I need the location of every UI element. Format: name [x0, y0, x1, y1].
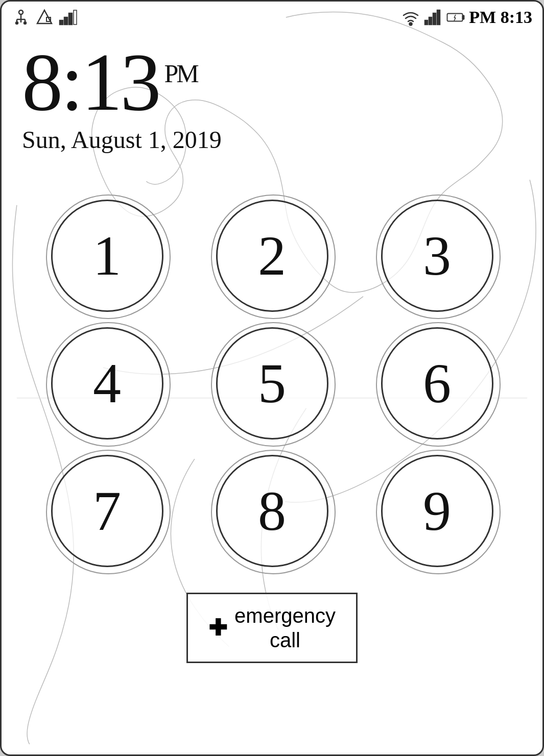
svg-line-21 — [454, 15, 456, 18]
key-9-label: 9 — [423, 479, 451, 544]
status-time-text: PM 8:13 — [469, 8, 532, 27]
svg-rect-15 — [425, 20, 428, 25]
emergency-line1: emergency — [234, 604, 336, 627]
status-bar: PM 8:13 — [2, 2, 542, 31]
clock-date: Sun, August 1, 2019 — [22, 126, 522, 154]
key-9[interactable]: 9 — [381, 455, 493, 567]
clock-time-value: 8:13 — [22, 37, 159, 128]
key-7-label: 7 — [93, 479, 121, 544]
key-5[interactable]: 5 — [216, 327, 328, 440]
key-1-label: 1 — [93, 224, 121, 288]
battery-icon — [446, 8, 465, 27]
key-5-label: 5 — [258, 351, 286, 416]
key-8[interactable]: 8 — [216, 455, 328, 567]
emergency-call-label: emergency call — [234, 603, 336, 652]
svg-rect-11 — [64, 17, 67, 25]
svg-point-6 — [16, 22, 18, 24]
clock-ampm: PM — [164, 59, 197, 88]
svg-rect-13 — [74, 10, 77, 25]
svg-rect-12 — [69, 13, 72, 25]
svg-rect-20 — [463, 15, 464, 19]
signal-bars-right-icon — [424, 8, 442, 27]
key-6[interactable]: 6 — [381, 327, 493, 440]
wifi-icon — [401, 8, 420, 27]
svg-line-23 — [454, 18, 456, 21]
svg-rect-17 — [433, 13, 436, 25]
svg-point-7 — [24, 22, 26, 24]
svg-rect-16 — [429, 17, 432, 25]
key-3[interactable]: 3 — [381, 200, 493, 312]
svg-rect-10 — [60, 20, 63, 25]
key-7[interactable]: 7 — [51, 455, 163, 567]
key-3-label: 3 — [423, 224, 451, 288]
clock-area: 8:13PM Sun, August 1, 2019 — [2, 31, 542, 159]
svg-point-14 — [410, 23, 412, 26]
key-8-label: 8 — [258, 479, 286, 544]
signal-bars-left-icon — [59, 8, 77, 27]
status-left-icons — [12, 8, 77, 27]
clock-time: 8:13PM — [22, 41, 522, 123]
svg-point-1 — [19, 10, 23, 14]
key-4[interactable]: 4 — [51, 327, 163, 440]
key-1[interactable]: 1 — [51, 200, 163, 312]
key-4-label: 4 — [93, 351, 121, 416]
phone-screen: PM 8:13 8:13PM Sun, August 1, 2019 1 2 3… — [0, 0, 544, 756]
key-2[interactable]: 2 — [216, 200, 328, 312]
emergency-call-button[interactable]: ✚ emergency call — [186, 593, 358, 663]
key-6-label: 6 — [423, 351, 451, 416]
keypad: 1 2 3 4 5 6 7 8 9 — [2, 169, 542, 577]
status-right-icons: PM 8:13 — [401, 8, 532, 27]
svg-rect-18 — [437, 10, 440, 25]
emergency-line2: call — [270, 629, 300, 651]
key-2-label: 2 — [258, 224, 286, 288]
emergency-cross-icon: ✚ — [208, 617, 227, 639]
usb-icon — [12, 8, 30, 27]
emergency-area: ✚ emergency call — [2, 593, 542, 673]
4g-icon — [35, 8, 54, 27]
